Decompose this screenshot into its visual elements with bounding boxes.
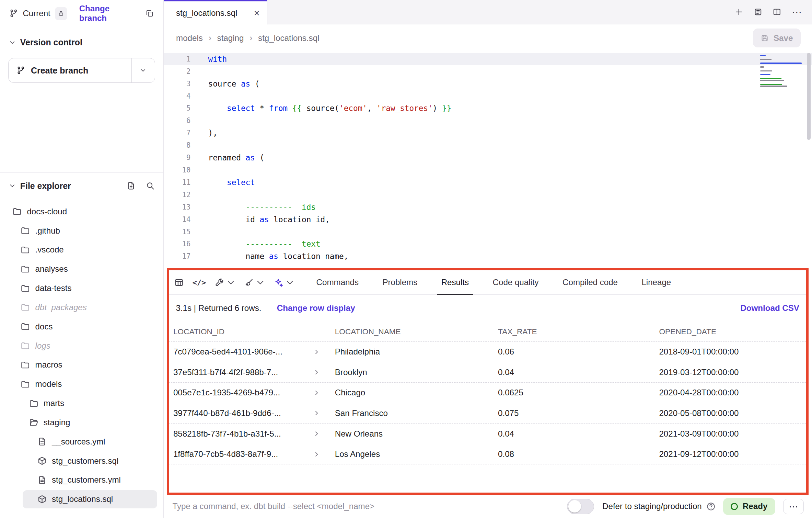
file-explorer-header[interactable]: File explorer bbox=[0, 175, 163, 196]
tab-stg-locations-sql[interactable]: stg_locations.sql × bbox=[164, 0, 267, 25]
code-line-1[interactable]: 1with bbox=[164, 53, 812, 65]
tree-item-label: docs-cloud bbox=[27, 207, 67, 216]
create-branch-button[interactable]: Create branch bbox=[8, 58, 155, 83]
panel-tab-results[interactable]: Results bbox=[441, 270, 469, 294]
chevron-down-icon bbox=[9, 39, 16, 46]
code-line-4[interactable]: 4 bbox=[164, 90, 812, 102]
code-line-2[interactable]: 2 bbox=[164, 65, 812, 78]
cell: Philadelphia bbox=[335, 347, 498, 357]
tree-item-staging[interactable]: staging bbox=[0, 413, 163, 432]
code-line-8[interactable]: 8 bbox=[164, 139, 812, 151]
code-line-16[interactable]: 16 ---------- text bbox=[164, 238, 812, 250]
save-button[interactable]: Save bbox=[753, 29, 801, 47]
download-csv-link[interactable]: Download CSV bbox=[740, 303, 799, 313]
column-header-opened_date[interactable]: OPENED_DATE bbox=[659, 327, 806, 336]
tree-item-data-tests[interactable]: data-tests bbox=[0, 279, 163, 298]
expand-cell-icon[interactable] bbox=[313, 369, 320, 376]
breadcrumb-models[interactable]: models bbox=[176, 33, 203, 43]
code-line-11[interactable]: 11 select bbox=[164, 176, 812, 189]
cell: 0.04 bbox=[498, 429, 659, 439]
expand-cell-icon[interactable] bbox=[313, 451, 320, 458]
lint-menu[interactable] bbox=[244, 278, 265, 287]
notebook-icon[interactable] bbox=[754, 8, 763, 16]
copy-icon[interactable] bbox=[145, 9, 154, 18]
location-id-value: 005e7e1c-1935-4269-b479... bbox=[173, 388, 280, 397]
panel-tab-lineage[interactable]: Lineage bbox=[641, 270, 671, 294]
expand-cell-icon[interactable] bbox=[313, 389, 320, 396]
tree-item-stg-customers-yml[interactable]: stg_customers.yml bbox=[0, 471, 163, 490]
location-id-value: 858218fb-73f7-4b1b-a31f-5... bbox=[173, 429, 281, 439]
code-line-14[interactable]: 14 id as location_id, bbox=[164, 213, 812, 226]
split-view-icon[interactable] bbox=[773, 8, 781, 16]
tree-item-label: stg_locations.sql bbox=[52, 494, 113, 504]
expand-cell-icon[interactable] bbox=[313, 409, 320, 417]
close-tab-icon[interactable]: × bbox=[254, 8, 260, 18]
expand-cell-icon[interactable] bbox=[313, 348, 320, 356]
panel-tab-code-quality[interactable]: Code quality bbox=[493, 270, 539, 294]
ai-fix-menu[interactable] bbox=[274, 278, 294, 287]
code-line-5[interactable]: 5 select * from {{ source('ecom', 'raw_s… bbox=[164, 102, 812, 115]
panel-tab-commands[interactable]: Commands bbox=[316, 270, 359, 294]
command-input[interactable] bbox=[172, 502, 567, 511]
version-control-section: Version control Create branch bbox=[0, 27, 163, 83]
defer-toggle[interactable] bbox=[567, 499, 594, 514]
tree-item-stg-customers-sql[interactable]: stg_customers.sql bbox=[0, 451, 163, 471]
results-table: LOCATION_IDLOCATION_NAMETAX_RATEOPENED_D… bbox=[169, 322, 806, 493]
new-file-icon[interactable] bbox=[127, 181, 136, 190]
breadcrumb-staging[interactable]: staging bbox=[217, 33, 244, 43]
preview-table-icon[interactable] bbox=[174, 278, 184, 287]
code-editor[interactable]: 1with23source as (45 select * from {{ so… bbox=[164, 52, 812, 268]
sidebar: Current Change branch Version control Cr… bbox=[0, 0, 164, 518]
code-text: ---------- text bbox=[190, 239, 320, 248]
tree-item-docs-cloud[interactable]: docs-cloud bbox=[0, 202, 163, 221]
code-line-3[interactable]: 3source as ( bbox=[164, 78, 812, 90]
code-line-12[interactable]: 12 bbox=[164, 189, 812, 201]
tree-item-dbt-packages[interactable]: dbt_packages bbox=[0, 298, 163, 317]
tree-item-stg-locations-sql[interactable]: stg_locations.sql bbox=[0, 489, 163, 509]
ready-status-badge[interactable]: Ready bbox=[723, 498, 775, 515]
build-menu[interactable] bbox=[215, 278, 235, 287]
create-branch-dropdown[interactable] bbox=[131, 58, 155, 82]
expand-cell-icon[interactable] bbox=[313, 430, 320, 437]
folder-icon bbox=[29, 399, 38, 408]
code-line-9[interactable]: 9renamed as ( bbox=[164, 151, 812, 164]
tree-item-logs[interactable]: logs bbox=[0, 336, 163, 356]
tree-item-analyses[interactable]: analyses bbox=[0, 259, 163, 279]
editor-scrollbar[interactable] bbox=[807, 53, 811, 140]
tree-item-label: data-tests bbox=[35, 283, 72, 293]
code-line-10[interactable]: 10 bbox=[164, 164, 812, 176]
tabbar-more-icon[interactable]: ⋯ bbox=[792, 7, 802, 17]
new-tab-plus-icon[interactable] bbox=[734, 8, 743, 16]
panel-tab-compiled-code[interactable]: Compiled code bbox=[562, 270, 618, 294]
result-row: 3977f440-b87d-461b-9dd6-...San Francisco… bbox=[169, 403, 806, 424]
column-header-location_name[interactable]: LOCATION_NAME bbox=[335, 327, 498, 336]
tree-item-macros[interactable]: macros bbox=[0, 356, 163, 375]
code-line-7[interactable]: 7), bbox=[164, 127, 812, 139]
compile-code-icon[interactable]: </> bbox=[193, 278, 206, 287]
panel-tab-problems[interactable]: Problems bbox=[382, 270, 417, 294]
tree-item--vscode[interactable]: .vscode bbox=[0, 240, 163, 260]
folder-icon bbox=[12, 207, 22, 216]
version-control-header[interactable]: Version control bbox=[0, 32, 163, 53]
tree-item--sources-yml[interactable]: __sources.yml bbox=[0, 432, 163, 451]
code-line-15[interactable]: 15 bbox=[164, 226, 812, 238]
minimap[interactable] bbox=[760, 55, 804, 88]
code-line-13[interactable]: 13 ---------- ids bbox=[164, 201, 812, 213]
statusbar-more-button[interactable]: ⋯ bbox=[783, 499, 804, 514]
column-header-tax_rate[interactable]: TAX_RATE bbox=[498, 327, 659, 336]
tree-item-docs[interactable]: docs bbox=[0, 317, 163, 336]
code-line-6[interactable]: 6 bbox=[164, 114, 812, 127]
breadcrumb-file[interactable]: stg_locations.sql bbox=[258, 33, 319, 43]
column-header-location_id[interactable]: LOCATION_ID bbox=[173, 327, 335, 336]
result-row: 37e5f311-b7f4-4f2f-988b-7...Brooklyn0.04… bbox=[169, 362, 806, 383]
cell: 858218fb-73f7-4b1b-a31f-5... bbox=[173, 429, 335, 439]
change-branch-link[interactable]: Change branch bbox=[79, 4, 134, 23]
search-icon[interactable] bbox=[146, 181, 155, 190]
code-line-17[interactable]: 17 name as location_name, bbox=[164, 250, 812, 262]
change-row-display-link[interactable]: Change row display bbox=[277, 303, 355, 313]
help-icon[interactable] bbox=[706, 502, 716, 511]
tree-item-marts[interactable]: marts bbox=[0, 394, 163, 413]
tree-item--github[interactable]: .github bbox=[0, 221, 163, 240]
tree-item-models[interactable]: models bbox=[0, 374, 163, 394]
tree-item-label: .vscode bbox=[35, 245, 64, 255]
